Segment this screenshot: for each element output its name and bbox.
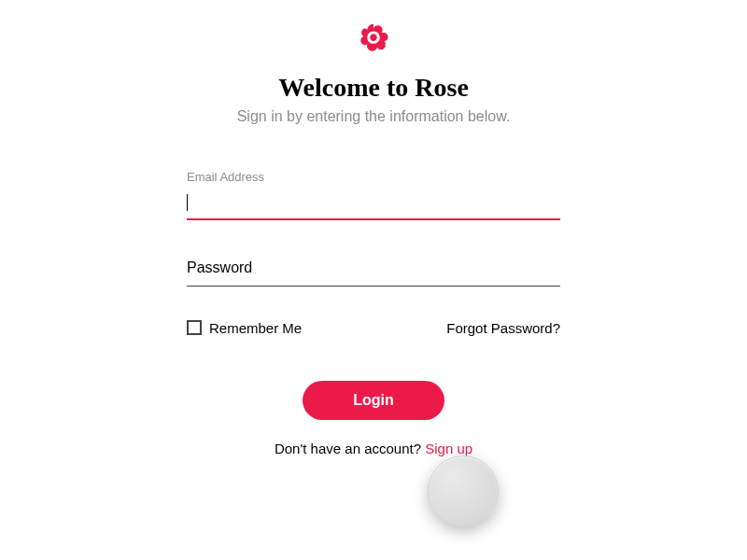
remember-me-group: Remember Me — [187, 320, 302, 336]
floating-action-button[interactable] — [428, 455, 499, 526]
options-row: Remember Me Forgot Password? — [187, 320, 560, 336]
password-field-group — [187, 254, 560, 287]
email-field-group: Email Address — [187, 170, 560, 220]
forgot-password-link[interactable]: Forgot Password? — [446, 320, 560, 336]
remember-me-checkbox[interactable] — [187, 320, 202, 335]
signup-prompt-text: Don't have an account? — [275, 441, 425, 456]
email-input[interactable] — [187, 189, 560, 220]
login-card: Welcome to Rose Sign in by entering the … — [187, 19, 560, 560]
email-label: Email Address — [187, 170, 560, 184]
signup-prompt-row: Don't have an account? Sign up — [275, 441, 472, 456]
password-input[interactable] — [187, 254, 560, 287]
page-subtitle: Sign in by entering the information belo… — [237, 108, 511, 125]
remember-me-label: Remember Me — [209, 320, 302, 336]
page-title: Welcome to Rose — [278, 73, 469, 103]
login-button[interactable]: Login — [303, 381, 444, 420]
rose-logo-icon — [352, 19, 395, 65]
signup-link[interactable]: Sign up — [425, 441, 472, 456]
